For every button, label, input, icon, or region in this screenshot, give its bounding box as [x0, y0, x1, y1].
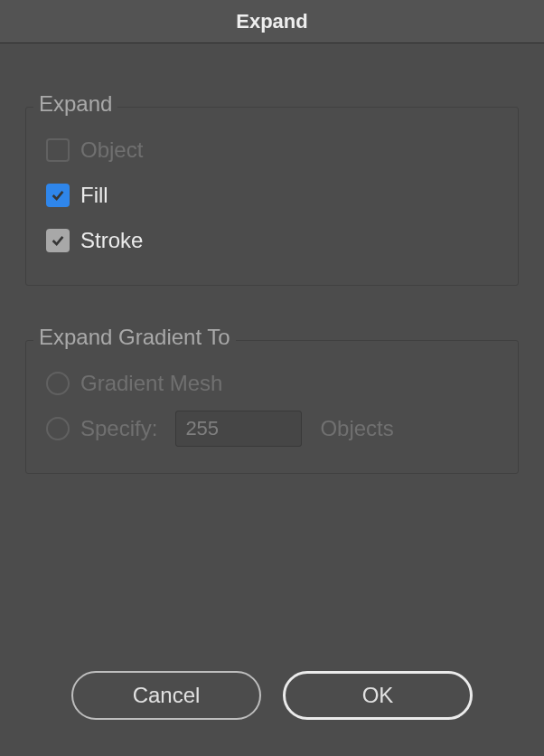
- dialog-title: Expand: [236, 10, 307, 33]
- specify-radio: [46, 417, 70, 440]
- ok-button[interactable]: OK: [283, 671, 473, 720]
- fill-checkbox[interactable]: [46, 184, 70, 207]
- expand-dialog: Expand Expand Object Fill Stroke: [0, 0, 544, 756]
- object-checkbox: [46, 138, 70, 162]
- stroke-row: Stroke: [46, 218, 498, 263]
- fill-row: Fill: [46, 173, 498, 218]
- checkmark-icon: [50, 232, 66, 249]
- fill-label: Fill: [80, 183, 108, 208]
- specify-label: Specify:: [80, 416, 157, 441]
- cancel-button[interactable]: Cancel: [71, 671, 261, 720]
- dialog-body: Expand Object Fill Stroke Expand Gradien…: [0, 43, 544, 756]
- checkmark-icon: [50, 187, 66, 203]
- stroke-checkbox[interactable]: [46, 229, 70, 252]
- specify-suffix: Objects: [320, 416, 393, 441]
- gradient-mesh-radio: [46, 372, 70, 395]
- gradient-mesh-row: Gradient Mesh: [46, 361, 498, 406]
- expand-group-legend: Expand: [33, 91, 117, 117]
- expand-gradient-legend: Expand Gradient To: [33, 325, 236, 350]
- ok-button-label: OK: [362, 683, 394, 708]
- expand-gradient-group: Expand Gradient To Gradient Mesh Specify…: [25, 340, 519, 474]
- specify-objects-input: [175, 411, 302, 447]
- expand-group: Expand Object Fill Stroke: [25, 107, 519, 286]
- stroke-label: Stroke: [80, 228, 143, 253]
- specify-row: Specify: Objects: [46, 406, 498, 451]
- cancel-button-label: Cancel: [133, 683, 201, 708]
- object-label: Object: [80, 137, 143, 163]
- dialog-titlebar: Expand: [0, 0, 544, 43]
- dialog-buttons: Cancel OK: [0, 671, 544, 720]
- gradient-mesh-label: Gradient Mesh: [80, 371, 222, 396]
- object-row: Object: [46, 128, 498, 173]
